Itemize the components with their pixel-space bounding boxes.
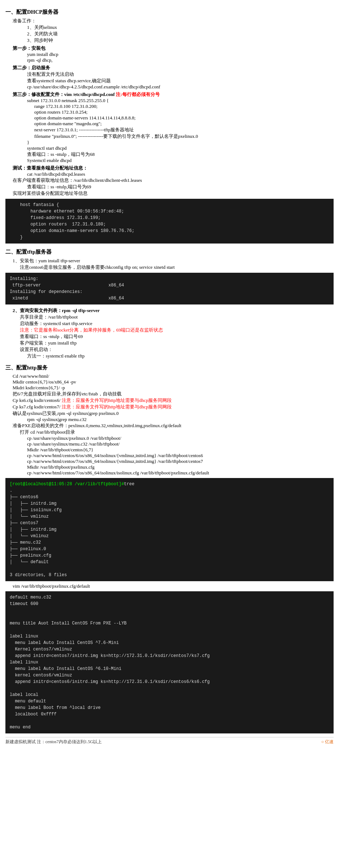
step2-cmd2: cp /usr/share/doc/dhcp-4.2.5/dhcpd.conf.… [27,84,334,90]
step2-cmd1: 查看systemctl status dhcp.service,确定问题 [27,78,334,84]
test-client: 在客户端查看获取地址信息：/var/lib/dhclient/dhclient-… [13,177,334,184]
tftp-root: 共享目录是：/var/lib/tftpboot [20,314,334,320]
terminal-tftp-install: Installing: tftp-server x86_64 Installin… [5,273,334,304]
step2-title: 第二步：启动服务 [13,65,334,71]
test-client-ss: 查看端口：ss -ntulp,端口号为69 [27,184,334,190]
http-cpks7: Cp ks7.cfg ksdir/centos7/ 注意：应服务文件写的http… [13,404,334,410]
prep-work: 准备工作： 1、关闭selinux 2、关闭防火墙 3、同步时钟 [13,18,334,44]
test-fixed: 实现对某些设备分配固定地址等信息 [13,190,334,197]
http-cpks6: Cp ks6.cfg ksdir/centos6/ 注意：应服务文件写的http… [13,397,334,404]
section3-title: 三、配置http服务 [5,364,334,371]
http-cp3: cp /var/www/html/centos/6/os/x86_64/isol… [27,453,334,459]
section1-title: 一、配置DHCP服务器 [5,9,334,16]
http-cp2: cp /usr/share/syslinux/menu.c32 /var/lib… [27,441,334,447]
footer-brand: ○ 亿速 [321,739,334,745]
step3-start: systemctl start dhcpd [27,145,334,151]
terminal-tree: [root@localhost@11:05:28 /var/lib/tftpbo… [5,478,334,581]
prep-item1: 1、关闭selinux [27,24,334,31]
section1: 一、配置DHCP服务器 准备工作： 1、关闭selinux 2、关闭防火墙 3、… [5,9,334,244]
http-mount: 把6/7光盘挂载对应目录,并保存到/etc/fstab，自动挂载 [13,391,334,397]
step3-domain: option domain-name "magedu.org"; [34,121,334,127]
tftp-ss: 查看端口：ss -ntulp，端口号69 [20,333,334,340]
http-mkdir2: Mkdri ksdir/centos{6,7}/ -p [13,385,334,391]
section2: 二、配置tftp服务器 1、安装包：yum install tftp-serve… [5,249,334,359]
step3-enable: Systemctl enable dhcpd [27,158,334,163]
http-open-dir: 打开 cd /var/lib/tftpboot目录 [20,429,334,435]
step2-note: 没有配置文件无法启动 [27,71,334,78]
step3-range: range 172.31.0.100 172.31.0.200; [34,104,334,109]
tftp-autostart: 设置开机启动： [20,346,334,353]
step1-cmd1: yum install dhcp [27,52,334,57]
step3-dns: option domain-name-servers 114.114.114.1… [34,115,334,121]
step3-note-red: 注:每行都必须有分号 [116,92,159,97]
step1-cmd2: rpm -ql dhcp, [27,57,334,63]
step1-title: 第一步：安装包 [13,45,334,52]
tftp-note-red: 注意：它是服务和socket分离，如果停掉服务，69端口还是在监听状态 [20,327,334,333]
http-cp4: cp /var/www/html/centos/7/os/x86_64/isol… [27,459,334,464]
http-cp5: cp /var/www/html/centos/7/os/x86_64/isol… [27,470,334,476]
footer-note: 新建虚拟机测试 注：centos7内存必须达到1.5G以上 [5,739,102,744]
terminal-pxelinux-cfg: default menu.c32 timeout 600 menu title … [5,591,334,733]
terminal-dhcp: host fantasia { hardware ethernet 00:50:… [5,199,334,244]
http-cd: Cd /var/www/html/ [13,373,334,379]
step3-subnet: subnet 172.31.0.0 netmask 255.255.255.0 … [27,98,334,104]
http-pxe-files: 准备PXE启动相关的文件：pexlinux.0,menu.32,vmlinux,… [13,422,334,429]
http-mkdir4: Mkdir /var/lib/tftpboot/pxelinux.cfg [27,464,334,470]
section2-title: 二、配置tftp服务器 [5,249,334,255]
step3-routers: option routers 172.31.0.254; [34,109,334,115]
prep-item2: 2、关闭防火墙 [27,31,334,37]
http-cp1: cp /usr/share/syslinux/pxelinux.0 /var/l… [27,435,334,441]
tftp-client-install: 客户端安装：yum install tftp [20,340,334,346]
section3: 三、配置http服务 Cd /var/www/html/ Mkdir cento… [5,364,334,733]
step3-filename: filename "pxelinux.0"; ----------------要… [34,133,334,140]
test-cmd: cat /var/lib/dhcpd/dhcpd.leases [27,171,334,177]
tftp-install: 1、安装包：yum install tftp-server [13,258,334,264]
prep-item3: 3、同步时钟 [27,37,334,44]
tftp-note: 注意centos6是非独立服务，启动服务需要chkconfig tftp on;… [20,264,334,271]
http-mkdir3: Mkdir /var/lib/tftpboot/centos{6,7} [27,447,334,453]
test-title: 测试：查看服务端是分配地址信息： [13,165,334,171]
http-mkdir1: Mkdir centos{6,7}/os/x86_64 -pv [13,379,334,385]
http-check: 确认是syslinux已安装,rpm -ql syslinux|grep pxe… [13,410,334,417]
tftp-enable: 方法一：systemctl enable tftp [27,353,334,359]
prep-label: 准备工作： [13,18,334,24]
http-check2: rpm -ql syslinux|grep menu.c32 [27,417,334,422]
http-vim: vim /var/lib/tftpboot/pxelinux.cfg/defau… [13,583,334,589]
tftp-start: 启动服务：systemctl start tftp.service [20,320,334,327]
tftp-step2: 2、查询安装文件列表：rpm -ql tftp-server [13,307,334,314]
step3-close: } [27,140,334,145]
step3-ss: 查看端口：ss -ntulp，端口号为68 [27,151,334,158]
footer: ○ 亿速 新建虚拟机测试 注：centos7内存必须达到1.5G以上 [5,737,334,745]
step3-nextserver: next-server 172.31.0.1; ----------------… [34,127,334,133]
step3-title: 第三步：修改配置文件：vim /etc/dhcp/dhcpd.conf 注:每行… [13,91,334,98]
